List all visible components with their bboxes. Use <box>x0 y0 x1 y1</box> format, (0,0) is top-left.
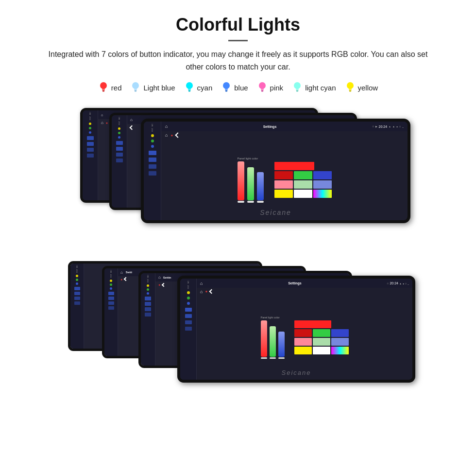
color-label-lightblue: Light blue <box>143 84 175 92</box>
svg-rect-11 <box>188 91 190 92</box>
svg-rect-9 <box>188 88 191 90</box>
svg-point-8 <box>186 82 193 89</box>
svg-rect-27 <box>349 91 351 92</box>
svg-point-4 <box>132 82 139 89</box>
page-title: Colorful Lights <box>19 15 457 35</box>
color-label-red: red <box>111 84 122 92</box>
red-bulb-icon <box>98 81 109 94</box>
color-label-blue: blue <box>234 84 248 92</box>
color-label-yellow: yellow <box>358 84 378 92</box>
svg-rect-25 <box>349 88 352 90</box>
svg-rect-26 <box>349 90 351 91</box>
yellow-bulb-icon <box>345 81 356 94</box>
svg-rect-5 <box>134 88 137 90</box>
description-text: Integrated with 7 colors of button indic… <box>39 48 437 73</box>
svg-rect-21 <box>296 88 299 90</box>
svg-rect-18 <box>261 90 263 91</box>
top-device-stack: MC RST ⌂ Settings <box>66 108 410 246</box>
color-item-blue: blue <box>221 81 248 94</box>
watermark-top: Seicane <box>260 209 291 216</box>
color-label-lightcyan: light cyan <box>305 84 336 92</box>
lightcyan-bulb-icon <box>292 81 303 94</box>
svg-rect-15 <box>225 91 227 92</box>
bottom-device-stack: MC RST MC <box>61 261 415 402</box>
color-item-cyan: cyan <box>184 81 213 94</box>
pink-bulb-icon <box>257 81 268 94</box>
device-front: MC RST ⌂ Settings <box>141 119 410 223</box>
lightblue-bulb-icon <box>130 81 141 94</box>
svg-rect-22 <box>296 90 299 91</box>
svg-rect-19 <box>261 91 263 92</box>
title-divider <box>228 40 248 41</box>
svg-rect-17 <box>261 88 264 90</box>
color-label-pink: pink <box>270 84 284 92</box>
svg-rect-10 <box>188 90 190 91</box>
color-item-yellow: yellow <box>345 81 378 94</box>
svg-point-16 <box>259 82 266 89</box>
page-container: Colorful Lights Integrated with 7 colors… <box>0 0 476 422</box>
color-label-cyan: cyan <box>197 84 213 92</box>
svg-rect-23 <box>296 91 298 92</box>
svg-rect-1 <box>102 88 105 90</box>
blue-bulb-icon <box>221 81 232 94</box>
svg-rect-14 <box>225 90 228 91</box>
color-item-lightblue: Light blue <box>130 81 175 94</box>
top-device-section: MC RST ⌂ Settings <box>19 108 457 246</box>
bottom-device-section: MC RST MC <box>19 261 457 402</box>
color-legend: red Light blue <box>19 81 457 94</box>
svg-rect-13 <box>225 88 228 90</box>
color-item-pink: pink <box>257 81 284 94</box>
svg-point-0 <box>100 82 107 89</box>
watermark-bottom: Seicane <box>282 369 311 376</box>
color-item-red: red <box>98 81 122 94</box>
title-section: Colorful Lights <box>19 15 457 41</box>
svg-point-12 <box>223 82 230 89</box>
svg-rect-7 <box>135 91 136 92</box>
bottom-device-1: MC RST ⌂ Settings <box>177 276 415 383</box>
cyan-bulb-icon <box>184 81 195 94</box>
color-item-lightcyan: light cyan <box>292 81 336 94</box>
svg-rect-6 <box>135 90 137 91</box>
svg-point-20 <box>294 82 301 89</box>
svg-rect-3 <box>102 91 104 92</box>
svg-point-24 <box>347 82 354 89</box>
svg-rect-2 <box>102 90 104 91</box>
